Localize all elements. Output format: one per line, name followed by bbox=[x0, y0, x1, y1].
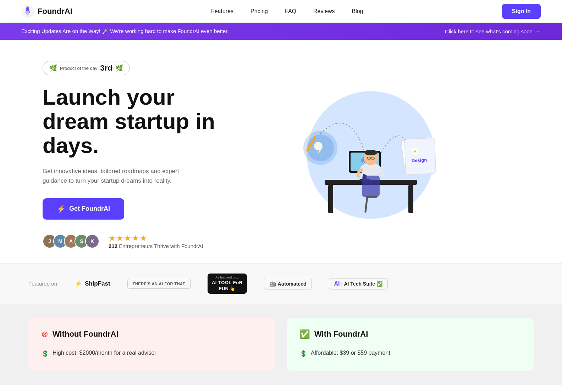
aitool-sub: FUN 👆 bbox=[212, 286, 243, 292]
illustration-container: Design bbox=[296, 77, 445, 233]
aitool-main: AI TOOL FoR bbox=[212, 280, 243, 286]
hero-title-line1: Launch your bbox=[43, 85, 175, 109]
banner-cta[interactable]: Click here to see what's coming soon → bbox=[445, 28, 541, 34]
social-proof: J M A S K ★★★★★ 212 Entrepreneurs Thrive… bbox=[43, 234, 215, 249]
logo-shipfast: ⚡ ShipFast bbox=[74, 280, 110, 288]
shipfast-bolt-icon: ⚡ bbox=[74, 280, 82, 288]
nav-links: Features Pricing FAQ Reviews Blog bbox=[211, 8, 363, 15]
count-number: 212 bbox=[109, 243, 117, 249]
social-count: 212 Entrepreneurs Thrive with FoundrAI bbox=[109, 243, 203, 249]
without-item-1: 💲 High cost: $2000/month for a real advi… bbox=[41, 348, 263, 360]
aitech-letters: AI bbox=[334, 281, 340, 287]
announcement-banner: Exciting Updates Are on the Way! 🚀 We're… bbox=[0, 23, 562, 40]
automateed-icon: 🤖 bbox=[269, 280, 276, 287]
svg-rect-27 bbox=[317, 150, 319, 151]
card-with-header: ✅ With FoundrAI bbox=[299, 329, 521, 339]
cta-bolt-icon: ⚡ bbox=[57, 205, 66, 213]
nav-pricing[interactable]: Pricing bbox=[250, 8, 268, 15]
with-item-1: 💲 Affordable: $39 or $59 payment bbox=[299, 348, 521, 360]
svg-rect-8 bbox=[408, 185, 413, 213]
svg-rect-7 bbox=[328, 185, 333, 213]
with-icon: ✅ bbox=[299, 329, 310, 339]
product-badge: 🌿 Product of the day 3rd 🌿 bbox=[43, 61, 130, 75]
badge-prefix: Product of the day bbox=[60, 66, 98, 71]
hero-subtitle: Get innovative ideas, tailored roadmaps … bbox=[43, 166, 199, 186]
star-rating: ★★★★★ bbox=[109, 234, 203, 243]
featured-label: Featured on bbox=[28, 281, 57, 287]
banner-arrow: → bbox=[535, 28, 541, 34]
count-label: Entrepreneurs Thrive with FoundrAI bbox=[119, 243, 203, 249]
badge-rank: 3rd bbox=[100, 64, 112, 73]
card-without: ⊗ Without FoundrAI 💲 High cost: $2000/mo… bbox=[28, 318, 275, 371]
get-foundrai-button[interactable]: ⚡ Get FoundrAI bbox=[43, 198, 124, 220]
without-icon: ⊗ bbox=[41, 329, 48, 339]
nav-features[interactable]: Features bbox=[211, 8, 233, 15]
featured-logos: ⚡ ShipFast THERE'S AN AI FOR THAT As fea… bbox=[74, 274, 388, 294]
aitech-check: ✅ bbox=[376, 281, 382, 287]
nav-reviews[interactable]: Reviews bbox=[313, 8, 335, 15]
avatar-group: J M A S K bbox=[43, 234, 96, 248]
hero-content: 🌿 Product of the day 3rd 🌿 Launch your d… bbox=[43, 61, 215, 249]
signin-button[interactable]: Sign In bbox=[502, 4, 541, 19]
hero-title-line3: days. bbox=[43, 133, 99, 158]
social-text-block: ★★★★★ 212 Entrepreneurs Thrive with Foun… bbox=[109, 234, 203, 249]
nav-faq[interactable]: FAQ bbox=[285, 8, 296, 15]
hero-title-line2: dream startup in bbox=[43, 109, 215, 133]
with-title: With FoundrAI bbox=[314, 330, 368, 339]
with-item-text-1: Affordable: $39 or $59 payment bbox=[311, 350, 390, 356]
without-item-text-1: High cost: $2000/month for a real adviso… bbox=[53, 350, 156, 356]
nav-blog[interactable]: Blog bbox=[352, 8, 363, 15]
card-without-header: ⊗ Without FoundrAI bbox=[41, 329, 263, 339]
cta-label: Get FoundrAI bbox=[69, 205, 110, 212]
navbar: FoundrAI Features Pricing FAQ Reviews Bl… bbox=[0, 0, 562, 23]
hero-svg: Design bbox=[296, 77, 445, 233]
logo-text: FoundrAI bbox=[38, 7, 72, 16]
logo-aitech: AI | AI Tech Suite ✅ bbox=[329, 278, 388, 289]
logo[interactable]: FoundrAI bbox=[21, 5, 72, 18]
aitool-line1: As featured on... bbox=[212, 276, 243, 280]
without-title: Without FoundrAI bbox=[53, 330, 119, 339]
svg-text:Design: Design bbox=[411, 157, 427, 163]
logo-there: THERE'S AN AI FOR THAT bbox=[127, 279, 191, 289]
without-item-icon-1: 💲 bbox=[41, 350, 49, 358]
there-text: THERE'S AN AI FOR THAT bbox=[133, 282, 185, 286]
automateed-text: Automateed bbox=[278, 281, 307, 287]
banner-text: Exciting Updates Are on the Way! 🚀 We're… bbox=[21, 28, 229, 34]
card-with: ✅ With FoundrAI 💲 Affordable: $39 or $59… bbox=[287, 318, 534, 371]
hero-illustration: Design bbox=[215, 77, 527, 233]
comparison-section: ⊗ Without FoundrAI 💲 High cost: $2000/mo… bbox=[0, 304, 562, 385]
aitech-separator: | bbox=[341, 281, 343, 287]
with-item-icon-1: 💲 bbox=[299, 350, 307, 358]
banner-cta-text: Click here to see what's coming soon bbox=[445, 28, 533, 34]
laurel-right: 🌿 bbox=[115, 64, 123, 72]
laurel-left: 🌿 bbox=[49, 64, 57, 72]
logo-icon bbox=[21, 5, 34, 18]
svg-rect-29 bbox=[404, 138, 436, 175]
svg-point-16 bbox=[364, 150, 377, 155]
logo-automateed: 🤖 Automateed bbox=[264, 278, 312, 289]
avatar-5: K bbox=[85, 234, 99, 248]
svg-point-26 bbox=[314, 142, 323, 150]
logo-aitool: As featured on... AI TOOL FoR FUN 👆 bbox=[208, 274, 247, 294]
svg-rect-20 bbox=[362, 176, 380, 197]
aitech-text: AI Tech Suite bbox=[344, 281, 375, 287]
hero-section: 🌿 Product of the day 3rd 🌿 Launch your d… bbox=[0, 40, 562, 263]
shipfast-text: ShipFast bbox=[85, 280, 110, 287]
featured-section: Featured on ⚡ ShipFast THERE'S AN AI FOR… bbox=[0, 263, 562, 304]
hero-title: Launch your dream startup in days. bbox=[43, 85, 215, 158]
